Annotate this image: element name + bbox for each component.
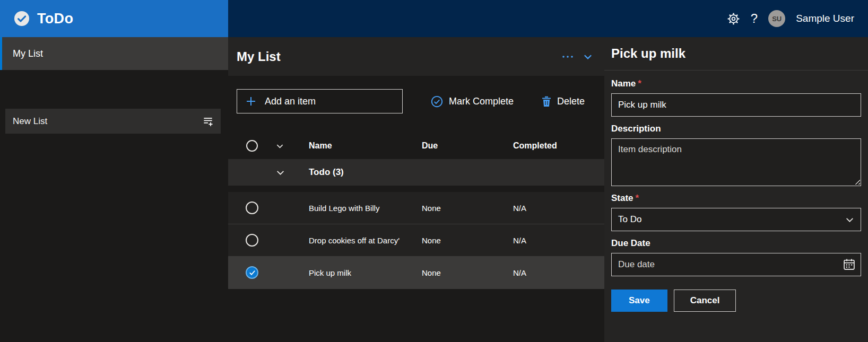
state-dropdown[interactable]: To Do — [611, 208, 861, 231]
check-circle-icon — [430, 95, 444, 108]
mark-complete-label: Mark Complete — [449, 96, 514, 107]
add-item-label: Add an item — [265, 96, 316, 107]
description-label: Description — [611, 124, 861, 134]
save-button[interactable]: Save — [611, 290, 667, 312]
user-name[interactable]: Sample User — [796, 13, 854, 24]
app-title: ToDo — [37, 11, 73, 27]
avatar[interactable]: SU — [768, 10, 785, 27]
description-field[interactable] — [611, 138, 861, 186]
due-date-label: Due Date — [611, 238, 861, 249]
list-panel-header: My List — [228, 37, 604, 76]
new-list-input[interactable] — [13, 116, 202, 127]
list-header-actions — [562, 52, 593, 62]
cell-completed: N/A — [513, 236, 604, 245]
sidebar-item-my-list[interactable]: My List — [0, 37, 228, 70]
table-row-selected[interactable]: Pick up milk None N/A — [228, 257, 604, 289]
cell-name: Build Lego with Billy — [309, 204, 422, 213]
cancel-button[interactable]: Cancel — [674, 290, 736, 312]
table-header-row: Name Due Completed — [228, 133, 604, 159]
detail-header: Pick up milk — [604, 37, 868, 71]
app-logo-check-icon — [14, 11, 30, 27]
topbar-brand: ToDo — [0, 0, 228, 37]
chevron-down-icon — [845, 215, 854, 224]
plus-icon — [246, 96, 256, 107]
list-panel: My List — [228, 37, 604, 342]
mark-complete-button[interactable]: Mark Complete — [430, 95, 514, 108]
calendar-icon — [843, 258, 856, 271]
list-title: My List — [237, 49, 281, 64]
list-collapse-button[interactable] — [583, 52, 593, 62]
sidebar: My List — [0, 37, 228, 342]
list-toolbar: Add an item Mark Complete — [237, 89, 596, 113]
list-overflow-button[interactable] — [562, 55, 574, 59]
column-header-name[interactable]: Name — [309, 141, 422, 151]
add-item-button[interactable]: Add an item — [237, 89, 403, 113]
row-checkbox[interactable] — [246, 201, 258, 214]
items-table: Name Due Completed Todo (3) Build Lego w… — [228, 133, 604, 289]
column-header-completed[interactable]: Completed — [513, 141, 604, 151]
detail-form: Name* Description State* To Do Due Date — [604, 71, 868, 312]
topbar: ToDo — [0, 0, 868, 37]
detail-title: Pick up milk — [611, 46, 685, 61]
name-label: Name* — [611, 78, 861, 89]
cell-due: None — [422, 268, 513, 277]
row-checkbox-checked[interactable] — [246, 266, 258, 279]
select-all-checkbox[interactable] — [246, 140, 258, 152]
create-list-button[interactable] — [202, 115, 214, 128]
required-asterisk: * — [636, 193, 639, 203]
due-date-field[interactable] — [611, 253, 861, 276]
description-wrap — [611, 138, 861, 186]
form-actions: Save Cancel — [611, 290, 861, 312]
group-label: Todo (3) — [309, 167, 422, 178]
cell-name: Drop cookies off at Darcy' — [309, 236, 422, 245]
detail-panel: Pick up milk Name* Description State* To… — [604, 37, 868, 342]
new-list-row — [5, 109, 221, 134]
group-header-row[interactable]: Todo (3) — [228, 159, 604, 186]
delete-label: Delete — [557, 96, 585, 107]
chevron-down-icon — [583, 52, 593, 62]
todo-app: ToDo — [0, 0, 868, 342]
group-chevron-icon — [276, 168, 309, 177]
cell-name: Pick up milk — [309, 268, 422, 277]
delete-button[interactable]: Delete — [541, 95, 585, 107]
cell-completed: N/A — [513, 204, 604, 213]
table-row[interactable]: Drop cookies off at Darcy' None N/A — [228, 224, 604, 257]
gear-icon — [727, 12, 740, 25]
table-row[interactable]: Build Lego with Billy None N/A — [228, 192, 604, 224]
calendar-picker-button[interactable] — [843, 258, 856, 271]
state-label: State* — [611, 193, 861, 204]
name-field[interactable] — [611, 93, 861, 117]
ellipsis-icon — [562, 55, 574, 59]
column-header-due[interactable]: Due — [422, 141, 513, 151]
row-checkbox[interactable] — [246, 234, 258, 247]
topbar-actions: ? SU Sample User — [228, 0, 868, 37]
cell-due: None — [422, 236, 513, 245]
collapse-all-chevron-icon[interactable] — [276, 142, 309, 150]
cell-completed: N/A — [513, 268, 604, 277]
sidebar-item-label: My List — [13, 48, 43, 59]
required-asterisk: * — [638, 78, 641, 89]
help-button[interactable]: ? — [751, 11, 758, 26]
due-date-wrap — [611, 253, 861, 276]
trash-icon — [541, 95, 552, 107]
settings-button[interactable] — [727, 12, 740, 25]
help-icon: ? — [751, 11, 758, 26]
add-list-icon — [202, 115, 214, 128]
cell-due: None — [422, 204, 513, 213]
state-value: To Do — [618, 214, 641, 225]
